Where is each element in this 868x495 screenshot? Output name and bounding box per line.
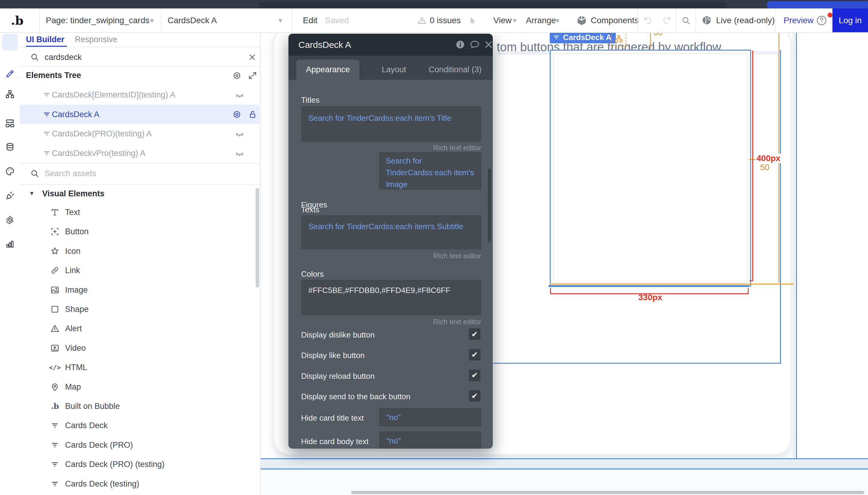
checkbox-label: Display send to the back button [301, 392, 410, 402]
checkbox[interactable]: ✔ [469, 328, 480, 340]
tree-item-label: CardsDeck(PRO)(testing) A [52, 129, 152, 138]
collapse-arrow-icon[interactable]: ▾ [30, 189, 33, 197]
asset-item[interactable]: Icon [20, 242, 260, 260]
live-status[interactable]: Live (read-only) [716, 8, 775, 32]
titles-footer[interactable]: Rich text editor [433, 143, 481, 152]
expand-icon[interactable] [248, 71, 257, 80]
text-input[interactable]: "no" [379, 408, 481, 427]
tab-layout[interactable]: Layout [367, 59, 421, 80]
tab-conditional[interactable]: Conditional (3) [423, 59, 487, 80]
undo-icon[interactable] [642, 15, 653, 26]
eye-icon[interactable] [232, 109, 242, 119]
tree-item[interactable]: CardsDeck[ElementsID](testing) A [20, 85, 260, 104]
search-icon[interactable] [681, 15, 691, 26]
colors-input[interactable]: #FFC5BE,#FFDBB0,#FFD4E9,#F8C6FF [301, 280, 481, 315]
asset-item[interactable]: Image [20, 281, 260, 299]
rail-item-data[interactable] [5, 142, 15, 152]
chevron-down-icon[interactable]: ▾ [513, 8, 517, 32]
cards-deck-icon [50, 440, 60, 450]
components-cube-icon[interactable] [576, 15, 588, 27]
divider [292, 8, 292, 32]
asset-item[interactable]: Shape [20, 300, 260, 318]
asset-item[interactable]: Cards Deck (PRO) [20, 436, 260, 454]
browser-pill[interactable] [767, 1, 868, 8]
divider [20, 47, 260, 47]
chevron-down-icon[interactable]: ▾ [150, 8, 154, 32]
comment-icon[interactable] [469, 39, 480, 50]
cursor-icon[interactable] [468, 16, 477, 25]
tab-appearance[interactable]: Appearance [296, 59, 360, 80]
asset-item[interactable]: Text [20, 203, 260, 221]
tree-item[interactable]: CardsDeck A [20, 105, 260, 124]
close-icon[interactable] [483, 39, 493, 50]
info-icon[interactable] [455, 39, 466, 50]
view-menu[interactable]: View [493, 8, 511, 32]
help-icon[interactable] [816, 15, 828, 27]
colors-footer[interactable]: Rich text editor [433, 318, 481, 326]
login-button[interactable]: Log in [832, 8, 868, 32]
rail-item-design[interactable] [5, 69, 15, 79]
figures-input[interactable]: Search for TinderCardss:each item's Imag… [379, 152, 481, 190]
visual-elements-header[interactable]: Visual Elements [42, 189, 104, 199]
edit-menu[interactable]: Edit [303, 8, 317, 32]
chevron-down-icon[interactable]: ▾ [556, 8, 559, 32]
elements-search-input[interactable]: cardsdeck [45, 53, 82, 62]
issues-button[interactable]: 0 issues [430, 8, 461, 32]
tree-item[interactable]: CardsDeck(PRO)(testing) A [20, 124, 260, 143]
eye-closed-icon[interactable] [234, 149, 245, 159]
asset-item[interactable]: .bBuilt on Bubble [20, 397, 260, 415]
redo-icon[interactable] [662, 15, 673, 26]
asset-item[interactable]: Video [20, 339, 260, 357]
rail-item-styles[interactable] [5, 166, 15, 176]
clear-search-icon[interactable] [248, 53, 257, 62]
arrange-menu[interactable]: Arrange [526, 8, 556, 32]
rail-item-settings[interactable] [5, 215, 15, 225]
unlock-icon[interactable] [248, 109, 257, 119]
rail-item-logs[interactable] [5, 239, 15, 249]
tab-ui-builder[interactable]: UI Builder [26, 32, 65, 47]
checkbox[interactable]: ✔ [469, 370, 480, 381]
asset-item[interactable]: Map [20, 378, 260, 396]
tree-item[interactable]: CardsDeckvPro(testing) A [20, 143, 260, 163]
asset-item-label: Cards Deck (PRO) (testing) [65, 460, 165, 469]
checkbox-label: Display like button [301, 351, 365, 360]
checkbox[interactable]: ✔ [469, 349, 480, 360]
asset-item[interactable]: Alert [20, 320, 260, 338]
panel-scrollbar-thumb[interactable] [488, 169, 491, 242]
titles-input[interactable]: Search for TinderCardss:each item's Titl… [301, 106, 481, 142]
asset-item[interactable]: Cards Deck [20, 416, 260, 434]
checkbox[interactable]: ✔ [469, 390, 480, 402]
bubble-logo[interactable]: .b [11, 8, 23, 32]
text-input[interactable]: "no" [379, 431, 481, 449]
asset-item[interactable]: Cards Deck (PRO) (testing) [20, 455, 260, 473]
cardsdeck-element[interactable] [550, 50, 751, 286]
cards-deck-icon [552, 33, 561, 41]
asset-item[interactable]: </>HTML [20, 358, 260, 376]
browser-tab[interactable] [259, 2, 726, 8]
page-selector[interactable]: Page: tinder_swiping_cards [46, 8, 149, 32]
tab-responsive[interactable]: Responsive [75, 32, 117, 47]
texts-footer[interactable]: Rich text editor [433, 252, 481, 260]
horizontal-scrollbar-thumb[interactable] [351, 491, 864, 494]
rail-item-reusables[interactable] [5, 118, 15, 129]
gap-right-label: 50 [760, 163, 769, 172]
chevron-down-icon[interactable]: ▾ [278, 8, 282, 32]
eye-icon[interactable] [232, 71, 242, 80]
assets-search-input[interactable]: Search assets [45, 169, 96, 178]
element-selector[interactable]: CardsDeck A [167, 8, 217, 32]
selection-badge[interactable]: CardsDeck A [550, 31, 616, 44]
eye-closed-icon[interactable] [234, 90, 245, 100]
property-editor-header[interactable]: CardsDeck A [289, 34, 493, 56]
hierarchy-button[interactable] [611, 31, 626, 48]
eye-closed-icon[interactable] [234, 129, 245, 139]
rail-item-plugins[interactable] [5, 191, 15, 201]
scrollbar-thumb[interactable] [256, 188, 259, 288]
asset-item[interactable]: Cards Deck (testing) [20, 475, 260, 493]
rail-item-workflow[interactable] [5, 89, 15, 100]
asset-item[interactable]: Link [20, 261, 260, 279]
asset-item[interactable]: Button [20, 222, 260, 241]
colors-value: #FFC5BE,#FFDBB0,#FFD4E9,#F8C6FF [301, 280, 481, 301]
components-button[interactable]: Components [591, 8, 639, 32]
preview-button[interactable]: Preview [784, 8, 814, 32]
texts-input[interactable]: Search for TinderCardss:each item's Subt… [301, 215, 481, 249]
